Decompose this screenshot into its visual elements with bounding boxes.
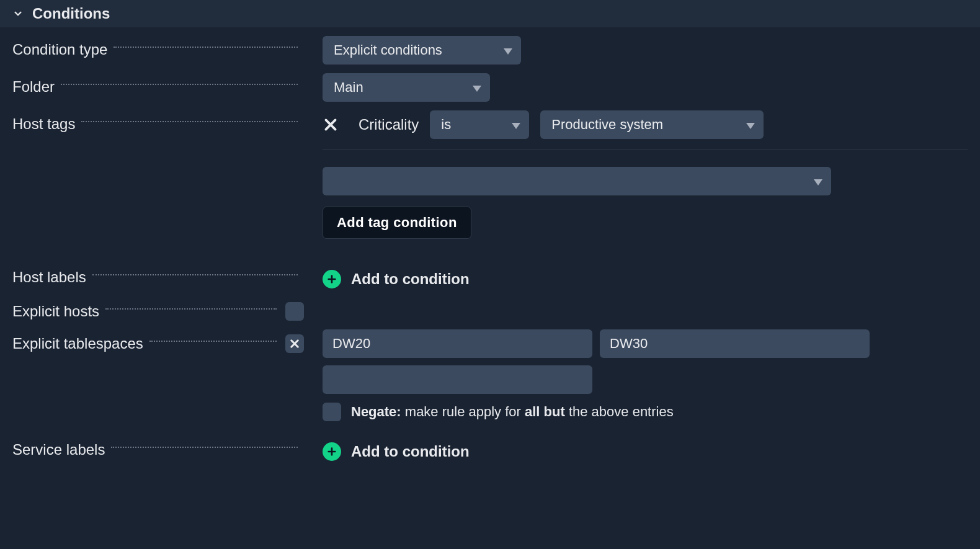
dots-divider (114, 47, 298, 48)
add-service-label-text: Add to condition (351, 443, 470, 460)
chevron-down-icon (473, 79, 481, 96)
dots-divider (149, 341, 277, 342)
svg-marker-5 (746, 123, 755, 129)
label-condition-type: Condition type (12, 41, 107, 58)
section-title: Conditions (32, 5, 110, 22)
tag-value: Productive system (551, 117, 663, 133)
dots-divider (105, 308, 277, 310)
tablespace-input[interactable] (323, 365, 592, 394)
svg-marker-6 (814, 179, 822, 185)
chevron-down-icon (814, 173, 822, 189)
tag-value-select[interactable]: Productive system (540, 110, 764, 139)
remove-tag-icon[interactable] (323, 117, 339, 133)
svg-marker-1 (473, 86, 481, 92)
folder-value: Main (334, 79, 363, 96)
explicit-tablespaces-checkbox[interactable] (285, 334, 304, 353)
dots-divider (111, 447, 298, 448)
dots-divider (61, 84, 298, 85)
section-header[interactable]: Conditions (0, 0, 980, 27)
label-explicit-tablespaces: Explicit tablespaces (12, 335, 143, 352)
label-folder: Folder (12, 78, 55, 96)
tag-operator-select[interactable]: is (430, 110, 529, 139)
add-host-label-text: Add to condition (351, 270, 470, 288)
chevron-down-icon (504, 42, 512, 58)
condition-type-select[interactable]: Explicit conditions (323, 36, 521, 65)
svg-marker-4 (512, 123, 520, 129)
explicit-hosts-checkbox[interactable] (285, 302, 304, 321)
label-explicit-hosts: Explicit hosts (12, 303, 99, 320)
chevron-down-icon (12, 8, 24, 19)
chevron-down-icon (512, 117, 520, 133)
chevron-down-icon (746, 117, 755, 133)
condition-type-value: Explicit conditions (334, 42, 442, 58)
negate-checkbox[interactable] (323, 403, 341, 421)
tablespace-input[interactable] (323, 329, 592, 358)
add-host-label-button[interactable] (323, 270, 341, 288)
label-service-labels: Service labels (12, 441, 105, 458)
add-service-label-button[interactable] (323, 442, 341, 461)
new-tag-select[interactable] (323, 167, 831, 195)
tag-group-label: Criticality (359, 116, 419, 133)
dots-divider (81, 121, 298, 122)
tablespace-input[interactable] (600, 329, 870, 358)
add-tag-condition-button[interactable]: Add tag condition (323, 207, 471, 239)
label-host-tags: Host tags (12, 115, 75, 133)
svg-marker-0 (504, 48, 512, 55)
folder-select[interactable]: Main (323, 73, 490, 102)
tag-operator-value: is (441, 117, 451, 133)
negate-text: Negate: make rule apply for all but the … (351, 404, 674, 420)
label-host-labels: Host labels (12, 269, 86, 286)
dots-divider (92, 274, 298, 275)
